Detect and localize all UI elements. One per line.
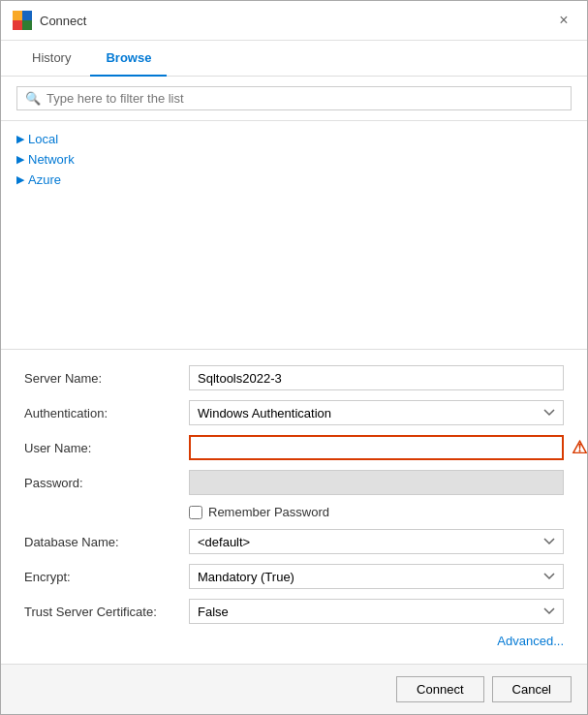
password-input[interactable] <box>189 470 564 495</box>
tree-label-network: Network <box>28 152 75 167</box>
server-name-label: Server Name: <box>24 371 189 386</box>
connect-button[interactable]: Connect <box>396 676 483 702</box>
trust-cert-row: Trust Server Certificate: False True <box>24 599 564 624</box>
tree-label-local: Local <box>28 132 58 146</box>
tree-item-azure[interactable]: ▶ Azure <box>16 170 572 190</box>
svg-rect-2 <box>13 20 22 30</box>
search-input-wrap[interactable]: 🔍 <box>16 86 572 110</box>
cancel-button[interactable]: Cancel <box>492 676 572 702</box>
tree-item-local[interactable]: ▶ Local <box>16 129 572 149</box>
encrypt-control: Mandatory (True) Optional (False) <box>189 564 564 589</box>
authentication-select[interactable]: Windows Authentication SQL Server Authen… <box>189 400 564 425</box>
form-section: Server Name: Authentication: Windows Aut… <box>1 350 587 664</box>
encrypt-label: Encrypt: <box>24 570 189 584</box>
username-control: ⚠ <box>189 435 564 460</box>
username-label: User Name: <box>24 441 189 455</box>
title-bar: Connect × <box>1 1 587 41</box>
search-bar: 🔍 <box>1 77 587 121</box>
tree-arrow-local: ▶ <box>16 133 24 145</box>
database-name-label: Database Name: <box>24 535 189 549</box>
svg-rect-3 <box>22 20 32 30</box>
server-name-row: Server Name: <box>24 365 564 390</box>
trust-cert-control: False True <box>189 599 564 624</box>
window-title: Connect <box>40 14 86 28</box>
encrypt-select[interactable]: Mandatory (True) Optional (False) <box>189 564 564 589</box>
tree-label-azure: Azure <box>28 172 61 187</box>
password-label: Password: <box>24 476 189 490</box>
database-name-control: <default> <box>189 529 564 554</box>
main-content: 🔍 ▶ Local ▶ Network ▶ Azure Serve <box>1 77 587 664</box>
tree-section: ▶ Local ▶ Network ▶ Azure <box>1 121 587 349</box>
server-name-control <box>189 365 564 390</box>
tab-browse[interactable]: Browse <box>90 41 167 77</box>
app-icon <box>13 11 32 30</box>
remember-password-label: Remember Password <box>208 505 329 519</box>
tree-arrow-azure: ▶ <box>16 173 24 186</box>
tabs-bar: History Browse <box>1 41 587 77</box>
svg-rect-1 <box>22 11 32 20</box>
remember-password-row: Remember Password <box>189 505 564 519</box>
search-icon: 🔍 <box>25 91 41 106</box>
tab-history[interactable]: History <box>16 41 86 77</box>
close-button[interactable]: × <box>552 9 575 32</box>
button-row: Connect Cancel <box>1 665 587 714</box>
trust-cert-select[interactable]: False True <box>189 599 564 624</box>
error-icon: ⚠ <box>572 437 587 458</box>
svg-rect-0 <box>13 11 22 20</box>
authentication-label: Authentication: <box>24 406 189 420</box>
tree-arrow-network: ▶ <box>16 153 24 166</box>
tree-item-network[interactable]: ▶ Network <box>16 149 572 170</box>
server-name-input[interactable] <box>189 365 564 390</box>
password-row: Password: <box>24 470 564 495</box>
trust-cert-label: Trust Server Certificate: <box>24 605 189 619</box>
title-bar-left: Connect <box>13 11 86 30</box>
connect-window: Connect × History Browse 🔍 ▶ Local ▶ Net… <box>0 0 588 715</box>
authentication-row: Authentication: Windows Authentication S… <box>24 400 564 425</box>
advanced-link[interactable]: Advanced... <box>497 630 564 656</box>
authentication-control: Windows Authentication SQL Server Authen… <box>189 400 564 425</box>
search-input[interactable] <box>46 91 563 106</box>
encrypt-row: Encrypt: Mandatory (True) Optional (Fals… <box>24 564 564 589</box>
username-row: User Name: ⚠ <box>24 435 564 460</box>
database-name-row: Database Name: <default> <box>24 529 564 554</box>
username-input[interactable] <box>189 435 564 460</box>
database-name-select[interactable]: <default> <box>189 529 564 554</box>
remember-password-checkbox[interactable] <box>189 506 202 519</box>
password-control <box>189 470 564 495</box>
